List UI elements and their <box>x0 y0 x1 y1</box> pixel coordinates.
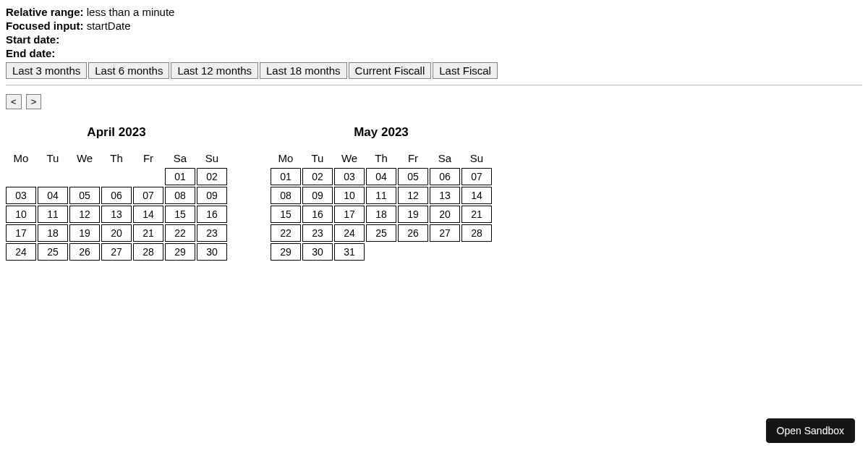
day-of-week-header: Sa <box>165 150 195 166</box>
preset-button[interactable]: Last Fiscal <box>433 62 498 79</box>
day-of-week-header: We <box>69 150 100 166</box>
end-date-label: End date: <box>6 47 55 59</box>
calendar-day[interactable]: 22 <box>271 224 301 242</box>
calendar-day[interactable]: 26 <box>69 243 100 261</box>
calendar-day[interactable]: 04 <box>366 168 396 185</box>
calendar-grid: MoTuWeThFrSaSu01020304050607080910111213… <box>6 150 227 261</box>
relative-range-value: less than a minute <box>87 6 175 18</box>
calendar-day[interactable]: 03 <box>334 168 365 185</box>
preset-button[interactable]: Last 18 months <box>260 62 347 79</box>
calendar-day[interactable]: 24 <box>334 224 365 242</box>
calendar-day[interactable]: 28 <box>461 224 492 242</box>
calendar-day[interactable]: 29 <box>271 243 301 261</box>
day-of-week-header: Fr <box>398 150 428 166</box>
calendar-day[interactable]: 21 <box>461 206 492 223</box>
calendar-day[interactable]: 30 <box>197 243 227 261</box>
calendar-day[interactable]: 31 <box>334 243 365 261</box>
calendar-month: April 2023MoTuWeThFrSaSu0102030405060708… <box>6 125 227 261</box>
calendar-day[interactable]: 27 <box>101 243 132 261</box>
calendar-day[interactable]: 01 <box>165 168 195 185</box>
day-of-week-header: We <box>334 150 365 166</box>
calendar-nav: < > <box>6 94 862 109</box>
prev-month-button[interactable]: < <box>6 94 22 109</box>
calendar-day[interactable]: 11 <box>38 206 68 223</box>
calendar-day[interactable]: 15 <box>165 206 195 223</box>
calendar-day[interactable]: 14 <box>133 206 163 223</box>
calendar-day[interactable]: 23 <box>302 224 333 242</box>
calendar-day[interactable]: 05 <box>69 187 100 204</box>
calendar-day[interactable]: 09 <box>302 187 333 204</box>
calendar-day[interactable]: 24 <box>6 243 36 261</box>
calendar-day[interactable]: 13 <box>430 187 460 204</box>
day-of-week-header: Su <box>461 150 492 166</box>
start-date-line: Start date: <box>6 33 862 46</box>
calendar-day[interactable]: 14 <box>461 187 492 204</box>
calendar-day[interactable]: 18 <box>38 224 68 242</box>
calendar-day[interactable]: 23 <box>197 224 227 242</box>
preset-button[interactable]: Current Fiscall <box>349 62 432 79</box>
calendar-day[interactable]: 12 <box>69 206 100 223</box>
day-of-week-header: Fr <box>133 150 163 166</box>
calendar-day[interactable]: 21 <box>133 224 163 242</box>
calendar-day[interactable]: 11 <box>366 187 396 204</box>
calendar-day[interactable]: 09 <box>197 187 227 204</box>
next-month-button[interactable]: > <box>26 94 42 109</box>
calendar-day[interactable]: 08 <box>271 187 301 204</box>
day-of-week-header: Tu <box>38 150 68 166</box>
calendar-day[interactable]: 16 <box>197 206 227 223</box>
start-date-label: Start date: <box>6 33 59 46</box>
calendar-day[interactable]: 05 <box>398 168 428 185</box>
calendar-day[interactable]: 28 <box>133 243 163 261</box>
calendar-day[interactable]: 07 <box>461 168 492 185</box>
end-date-line: End date: <box>6 47 862 59</box>
calendar-day[interactable]: 16 <box>302 206 333 223</box>
calendar-day[interactable]: 20 <box>101 224 132 242</box>
calendar-day[interactable]: 12 <box>398 187 428 204</box>
calendar-day[interactable]: 07 <box>133 187 163 204</box>
focused-input-line: Focused input: startDate <box>6 20 862 32</box>
calendar-day[interactable]: 25 <box>38 243 68 261</box>
preset-button[interactable]: Last 3 months <box>6 62 87 79</box>
calendar-day[interactable]: 10 <box>6 206 36 223</box>
focused-input-value: startDate <box>87 20 131 32</box>
day-of-week-header: Su <box>197 150 227 166</box>
calendar-day[interactable]: 19 <box>398 206 428 223</box>
preset-button[interactable]: Last 6 months <box>88 62 169 79</box>
calendar-title: May 2023 <box>271 125 492 140</box>
relative-range-line: Relative range: less than a minute <box>6 6 862 18</box>
calendar-day[interactable]: 27 <box>430 224 460 242</box>
calendar-day[interactable]: 25 <box>366 224 396 242</box>
calendar-day[interactable]: 10 <box>334 187 365 204</box>
calendar-day[interactable]: 30 <box>302 243 333 261</box>
day-of-week-header: Th <box>366 150 396 166</box>
calendar-grid: MoTuWeThFrSaSu01020304050607080910111213… <box>271 150 492 261</box>
calendar-day[interactable]: 08 <box>165 187 195 204</box>
calendar-day[interactable]: 13 <box>101 206 132 223</box>
calendar-title: April 2023 <box>6 125 227 140</box>
day-of-week-header: Sa <box>430 150 460 166</box>
relative-range-label: Relative range: <box>6 6 84 18</box>
calendar-day[interactable]: 19 <box>69 224 100 242</box>
calendar-day[interactable]: 18 <box>366 206 396 223</box>
calendar-day[interactable]: 02 <box>302 168 333 185</box>
day-of-week-header: Mo <box>6 150 36 166</box>
calendars: April 2023MoTuWeThFrSaSu0102030405060708… <box>6 125 862 261</box>
calendar-day[interactable]: 02 <box>197 168 227 185</box>
calendar-day[interactable]: 17 <box>334 206 365 223</box>
calendar-day[interactable]: 01 <box>271 168 301 185</box>
calendar-day[interactable]: 22 <box>165 224 195 242</box>
day-of-week-header: Tu <box>302 150 333 166</box>
calendar-day[interactable]: 03 <box>6 187 36 204</box>
calendar-day[interactable]: 17 <box>6 224 36 242</box>
calendar-day[interactable]: 20 <box>430 206 460 223</box>
preset-button[interactable]: Last 12 months <box>171 62 258 79</box>
calendar-day[interactable]: 06 <box>101 187 132 204</box>
focused-input-label: Focused input: <box>6 20 84 32</box>
calendar-day[interactable]: 04 <box>38 187 68 204</box>
calendar-day[interactable]: 15 <box>271 206 301 223</box>
calendar-day[interactable]: 29 <box>165 243 195 261</box>
calendar-day[interactable]: 06 <box>430 168 460 185</box>
calendar-day[interactable]: 26 <box>398 224 428 242</box>
day-of-week-header: Th <box>101 150 132 166</box>
calendar-month: May 2023MoTuWeThFrSaSu010203040506070809… <box>271 125 492 261</box>
